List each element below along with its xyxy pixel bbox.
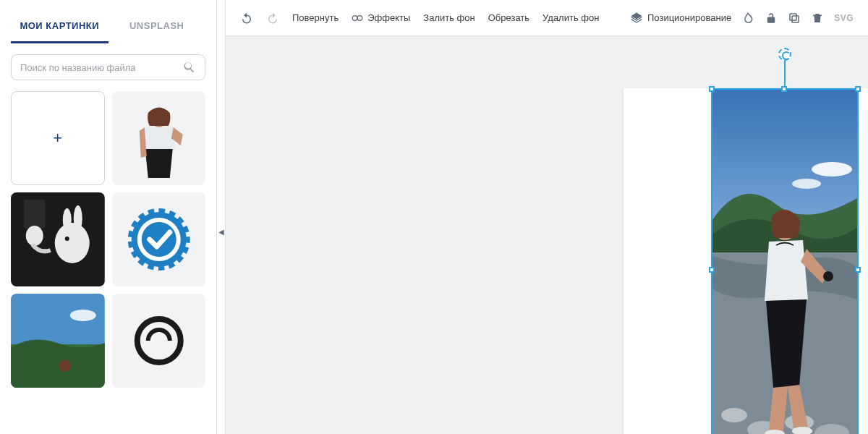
image-tile[interactable] (112, 294, 206, 388)
fill-bg-button[interactable]: Залить фон (423, 12, 475, 23)
sidebar-tabs: МОИ КАРТИНКИ UNSPLASH (0, 0, 216, 43)
collapse-arrow-icon[interactable]: ◀ (218, 228, 224, 236)
tab-my-images[interactable]: МОИ КАРТИНКИ (11, 10, 109, 43)
toolbar: Повернуть Эффекты Залить фон Обрезать Уд… (226, 0, 868, 36)
remove-bg-label: Удалить фон (542, 12, 599, 23)
effects-button[interactable]: Эффекты (352, 12, 410, 24)
svg-point-19 (353, 15, 358, 20)
main-area: Повернуть Эффекты Залить фон Обрезать Уд… (226, 0, 868, 434)
search-input[interactable] (20, 62, 183, 73)
svg-point-27 (721, 408, 747, 422)
svg-point-12 (141, 222, 176, 257)
svg-point-4 (26, 226, 43, 246)
svg-point-33 (823, 271, 833, 281)
svg-point-6 (63, 208, 72, 231)
rotation-handle[interactable] (778, 48, 791, 61)
effects-label: Эффекты (367, 12, 410, 23)
image-tile[interactable] (112, 91, 206, 185)
image-tile[interactable] (11, 294, 105, 388)
crop-button[interactable]: Обрезать (488, 12, 529, 23)
svg-export-button[interactable]: SVG (834, 13, 854, 23)
svg-point-16 (59, 360, 71, 372)
canvas[interactable] (226, 36, 868, 434)
positioning-label: Позиционирование (647, 12, 731, 23)
add-image-tile[interactable]: + (11, 91, 105, 185)
image-tile[interactable] (11, 192, 105, 286)
delete-icon[interactable] (811, 12, 824, 25)
svg-point-7 (74, 205, 82, 231)
crop-label: Обрезать (488, 12, 529, 23)
unlock-icon[interactable] (765, 12, 778, 25)
svg-point-20 (357, 15, 362, 20)
svg-rect-21 (792, 16, 799, 22)
svg-rect-22 (790, 14, 796, 20)
rotate-label: Повернуть (292, 12, 339, 23)
toolbar-right: Позиционирование SVG (630, 12, 854, 25)
opacity-icon[interactable] (741, 12, 754, 25)
panel-divider[interactable]: ◀ (217, 0, 226, 434)
svg-point-24 (812, 162, 852, 176)
image-tile[interactable] (112, 192, 206, 286)
tab-unsplash[interactable]: UNSPLASH (109, 10, 206, 43)
effects-icon (352, 12, 363, 24)
svg-rect-3 (24, 200, 46, 229)
svg-rect-17 (112, 294, 206, 388)
rotate-button[interactable]: Повернуть (292, 12, 339, 23)
positioning-button[interactable]: Позиционирование (630, 12, 731, 25)
svg-point-25 (792, 179, 821, 189)
duplicate-icon[interactable] (788, 12, 801, 25)
search-box[interactable] (11, 54, 205, 80)
undo-icon[interactable] (240, 12, 253, 25)
remove-bg-button[interactable]: Удалить фон (542, 12, 599, 23)
selected-image[interactable] (712, 90, 857, 434)
layers-icon (630, 12, 643, 25)
search-container (0, 43, 216, 91)
search-icon (183, 61, 196, 74)
svg-point-5 (55, 223, 90, 263)
sidebar: МОИ КАРТИНКИ UNSPLASH + (0, 0, 217, 434)
image-grid: + (0, 91, 216, 434)
rotation-line (784, 58, 786, 87)
svg-point-15 (70, 310, 96, 321)
svg-point-8 (65, 237, 69, 241)
redo-icon[interactable] (266, 12, 279, 25)
fill-bg-label: Залить фон (423, 12, 475, 23)
